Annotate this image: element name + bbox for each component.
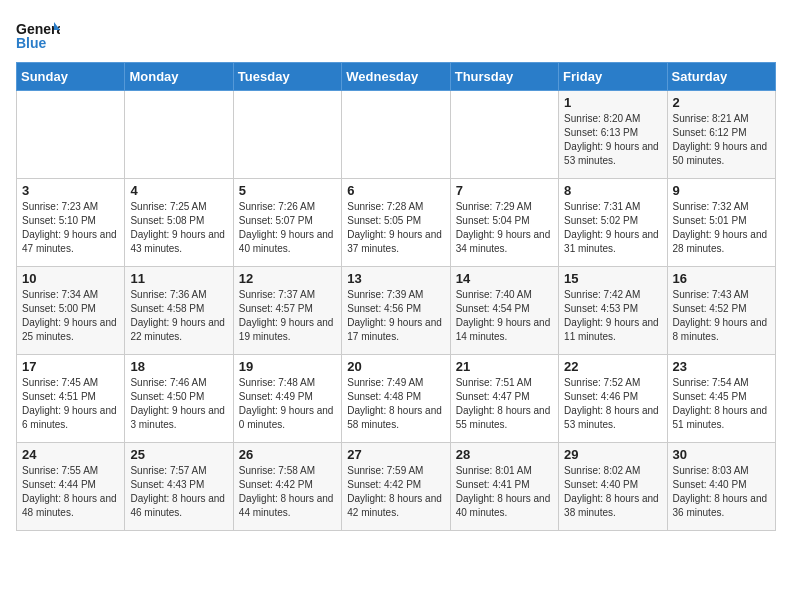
header: General Blue (16, 16, 776, 54)
day-number: 4 (130, 183, 227, 198)
calendar-cell: 15Sunrise: 7:42 AM Sunset: 4:53 PM Dayli… (559, 267, 667, 355)
day-info: Sunrise: 7:43 AM Sunset: 4:52 PM Dayligh… (673, 288, 770, 344)
calendar-cell: 6Sunrise: 7:28 AM Sunset: 5:05 PM Daylig… (342, 179, 450, 267)
calendar-cell: 19Sunrise: 7:48 AM Sunset: 4:49 PM Dayli… (233, 355, 341, 443)
day-number: 12 (239, 271, 336, 286)
day-number: 10 (22, 271, 119, 286)
day-info: Sunrise: 7:40 AM Sunset: 4:54 PM Dayligh… (456, 288, 553, 344)
day-info: Sunrise: 7:34 AM Sunset: 5:00 PM Dayligh… (22, 288, 119, 344)
day-info: Sunrise: 8:21 AM Sunset: 6:12 PM Dayligh… (673, 112, 770, 168)
day-number: 1 (564, 95, 661, 110)
day-info: Sunrise: 7:26 AM Sunset: 5:07 PM Dayligh… (239, 200, 336, 256)
day-number: 24 (22, 447, 119, 462)
day-number: 3 (22, 183, 119, 198)
calendar-cell: 11Sunrise: 7:36 AM Sunset: 4:58 PM Dayli… (125, 267, 233, 355)
calendar-cell: 12Sunrise: 7:37 AM Sunset: 4:57 PM Dayli… (233, 267, 341, 355)
calendar-cell: 29Sunrise: 8:02 AM Sunset: 4:40 PM Dayli… (559, 443, 667, 531)
calendar-week-row: 1Sunrise: 8:20 AM Sunset: 6:13 PM Daylig… (17, 91, 776, 179)
weekday-header: Tuesday (233, 63, 341, 91)
day-number: 22 (564, 359, 661, 374)
day-info: Sunrise: 7:42 AM Sunset: 4:53 PM Dayligh… (564, 288, 661, 344)
day-info: Sunrise: 7:29 AM Sunset: 5:04 PM Dayligh… (456, 200, 553, 256)
day-number: 29 (564, 447, 661, 462)
weekday-header: Thursday (450, 63, 558, 91)
day-info: Sunrise: 7:49 AM Sunset: 4:48 PM Dayligh… (347, 376, 444, 432)
calendar-cell (17, 91, 125, 179)
calendar-week-row: 3Sunrise: 7:23 AM Sunset: 5:10 PM Daylig… (17, 179, 776, 267)
day-info: Sunrise: 7:51 AM Sunset: 4:47 PM Dayligh… (456, 376, 553, 432)
day-number: 15 (564, 271, 661, 286)
day-number: 6 (347, 183, 444, 198)
calendar-week-row: 10Sunrise: 7:34 AM Sunset: 5:00 PM Dayli… (17, 267, 776, 355)
day-number: 14 (456, 271, 553, 286)
day-info: Sunrise: 7:37 AM Sunset: 4:57 PM Dayligh… (239, 288, 336, 344)
logo-icon: General Blue (16, 16, 60, 54)
day-info: Sunrise: 7:28 AM Sunset: 5:05 PM Dayligh… (347, 200, 444, 256)
calendar-cell: 23Sunrise: 7:54 AM Sunset: 4:45 PM Dayli… (667, 355, 775, 443)
day-number: 17 (22, 359, 119, 374)
day-info: Sunrise: 7:23 AM Sunset: 5:10 PM Dayligh… (22, 200, 119, 256)
calendar-cell: 26Sunrise: 7:58 AM Sunset: 4:42 PM Dayli… (233, 443, 341, 531)
calendar-cell: 27Sunrise: 7:59 AM Sunset: 4:42 PM Dayli… (342, 443, 450, 531)
day-number: 2 (673, 95, 770, 110)
calendar-cell: 8Sunrise: 7:31 AM Sunset: 5:02 PM Daylig… (559, 179, 667, 267)
weekday-header: Wednesday (342, 63, 450, 91)
calendar-week-row: 17Sunrise: 7:45 AM Sunset: 4:51 PM Dayli… (17, 355, 776, 443)
svg-text:Blue: Blue (16, 35, 47, 51)
day-info: Sunrise: 7:54 AM Sunset: 4:45 PM Dayligh… (673, 376, 770, 432)
calendar-cell: 18Sunrise: 7:46 AM Sunset: 4:50 PM Dayli… (125, 355, 233, 443)
day-info: Sunrise: 7:57 AM Sunset: 4:43 PM Dayligh… (130, 464, 227, 520)
calendar-week-row: 24Sunrise: 7:55 AM Sunset: 4:44 PM Dayli… (17, 443, 776, 531)
calendar-cell: 17Sunrise: 7:45 AM Sunset: 4:51 PM Dayli… (17, 355, 125, 443)
day-number: 30 (673, 447, 770, 462)
day-info: Sunrise: 8:02 AM Sunset: 4:40 PM Dayligh… (564, 464, 661, 520)
calendar-cell: 2Sunrise: 8:21 AM Sunset: 6:12 PM Daylig… (667, 91, 775, 179)
day-info: Sunrise: 8:01 AM Sunset: 4:41 PM Dayligh… (456, 464, 553, 520)
calendar-cell: 14Sunrise: 7:40 AM Sunset: 4:54 PM Dayli… (450, 267, 558, 355)
day-number: 18 (130, 359, 227, 374)
day-number: 8 (564, 183, 661, 198)
day-number: 7 (456, 183, 553, 198)
day-info: Sunrise: 7:39 AM Sunset: 4:56 PM Dayligh… (347, 288, 444, 344)
logo: General Blue (16, 16, 60, 54)
day-info: Sunrise: 7:58 AM Sunset: 4:42 PM Dayligh… (239, 464, 336, 520)
calendar-cell: 13Sunrise: 7:39 AM Sunset: 4:56 PM Dayli… (342, 267, 450, 355)
calendar-cell: 30Sunrise: 8:03 AM Sunset: 4:40 PM Dayli… (667, 443, 775, 531)
day-info: Sunrise: 7:52 AM Sunset: 4:46 PM Dayligh… (564, 376, 661, 432)
calendar-cell: 10Sunrise: 7:34 AM Sunset: 5:00 PM Dayli… (17, 267, 125, 355)
day-info: Sunrise: 7:36 AM Sunset: 4:58 PM Dayligh… (130, 288, 227, 344)
day-number: 23 (673, 359, 770, 374)
day-info: Sunrise: 7:25 AM Sunset: 5:08 PM Dayligh… (130, 200, 227, 256)
calendar-cell: 25Sunrise: 7:57 AM Sunset: 4:43 PM Dayli… (125, 443, 233, 531)
calendar-cell (125, 91, 233, 179)
calendar-cell: 5Sunrise: 7:26 AM Sunset: 5:07 PM Daylig… (233, 179, 341, 267)
calendar-table: SundayMondayTuesdayWednesdayThursdayFrid… (16, 62, 776, 531)
calendar-cell: 9Sunrise: 7:32 AM Sunset: 5:01 PM Daylig… (667, 179, 775, 267)
day-info: Sunrise: 7:32 AM Sunset: 5:01 PM Dayligh… (673, 200, 770, 256)
day-info: Sunrise: 7:48 AM Sunset: 4:49 PM Dayligh… (239, 376, 336, 432)
weekday-header: Monday (125, 63, 233, 91)
calendar-body: 1Sunrise: 8:20 AM Sunset: 6:13 PM Daylig… (17, 91, 776, 531)
calendar-header-row: SundayMondayTuesdayWednesdayThursdayFrid… (17, 63, 776, 91)
calendar-cell: 20Sunrise: 7:49 AM Sunset: 4:48 PM Dayli… (342, 355, 450, 443)
day-info: Sunrise: 7:46 AM Sunset: 4:50 PM Dayligh… (130, 376, 227, 432)
day-info: Sunrise: 7:31 AM Sunset: 5:02 PM Dayligh… (564, 200, 661, 256)
weekday-header: Saturday (667, 63, 775, 91)
day-info: Sunrise: 7:45 AM Sunset: 4:51 PM Dayligh… (22, 376, 119, 432)
day-number: 25 (130, 447, 227, 462)
calendar-cell: 16Sunrise: 7:43 AM Sunset: 4:52 PM Dayli… (667, 267, 775, 355)
calendar-cell: 21Sunrise: 7:51 AM Sunset: 4:47 PM Dayli… (450, 355, 558, 443)
day-info: Sunrise: 7:59 AM Sunset: 4:42 PM Dayligh… (347, 464, 444, 520)
calendar-cell (342, 91, 450, 179)
calendar-cell (450, 91, 558, 179)
day-number: 21 (456, 359, 553, 374)
calendar-cell: 3Sunrise: 7:23 AM Sunset: 5:10 PM Daylig… (17, 179, 125, 267)
calendar-cell: 22Sunrise: 7:52 AM Sunset: 4:46 PM Dayli… (559, 355, 667, 443)
calendar-cell: 28Sunrise: 8:01 AM Sunset: 4:41 PM Dayli… (450, 443, 558, 531)
calendar-cell: 1Sunrise: 8:20 AM Sunset: 6:13 PM Daylig… (559, 91, 667, 179)
day-number: 16 (673, 271, 770, 286)
day-info: Sunrise: 7:55 AM Sunset: 4:44 PM Dayligh… (22, 464, 119, 520)
calendar-cell: 7Sunrise: 7:29 AM Sunset: 5:04 PM Daylig… (450, 179, 558, 267)
calendar-cell: 24Sunrise: 7:55 AM Sunset: 4:44 PM Dayli… (17, 443, 125, 531)
calendar-cell (233, 91, 341, 179)
